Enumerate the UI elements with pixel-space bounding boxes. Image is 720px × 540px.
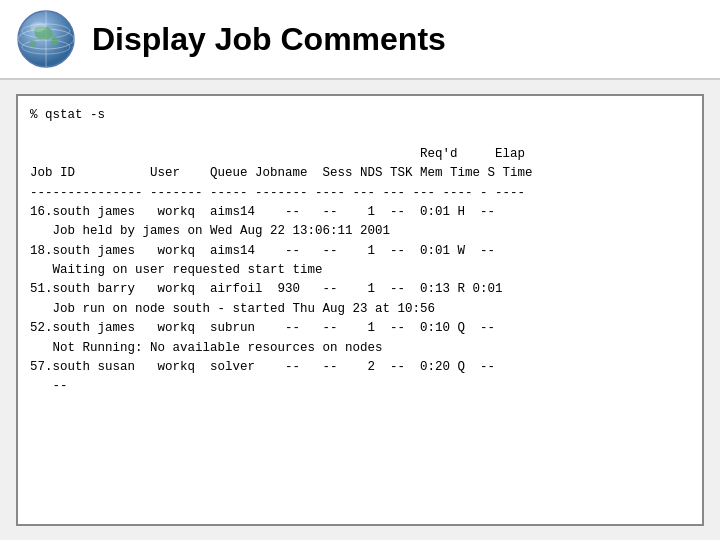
svg-point-5 <box>30 22 46 32</box>
terminal-output: % qstat -s Req'd Elap Job ID User Queue … <box>16 94 704 526</box>
header: Display Job Comments <box>0 0 720 80</box>
globe-icon <box>16 9 76 69</box>
page-title: Display Job Comments <box>92 21 446 58</box>
content-area: % qstat -s Req'd Elap Job ID User Queue … <box>0 80 720 540</box>
